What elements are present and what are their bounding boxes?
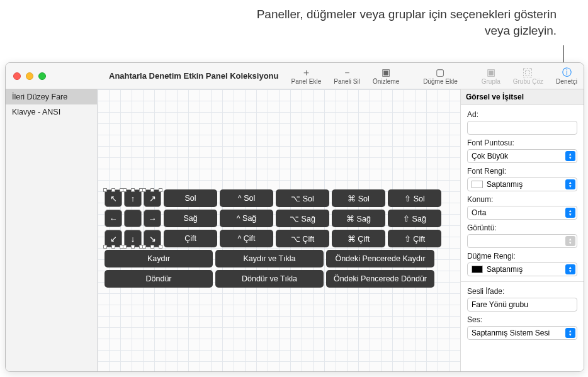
button-color-label: Düğme Rengi: <box>467 252 577 261</box>
spoken-phrase-input[interactable] <box>467 298 577 312</box>
toolbar-label: Denetçi <box>556 78 577 85</box>
help-callout: Paneller, düğmeler veya gruplar için seç… <box>229 6 557 38</box>
key-button[interactable]: ⇧ Sol <box>388 189 441 207</box>
close-window-button[interactable] <box>13 72 21 80</box>
font-size-select[interactable]: Çok Büyük ▴▾ <box>467 149 577 163</box>
panel-editor-window: Anahtarla Denetim Etkin Panel Koleksiyon… <box>5 62 584 372</box>
key-button[interactable]: ⌘ Sağ <box>332 210 385 227</box>
arrow-center-button[interactable] <box>124 210 142 227</box>
key-button[interactable]: ⌥ Sağ <box>276 210 329 227</box>
button-group: ↖ ↑ ↗ Sol ^ Sol ⌥ Sol ⌘ Sol ⇧ Sol <box>105 189 441 290</box>
toolbar: ＋ Panel Ekle － Paneli Sil ▣ Önizleme ▢ D… <box>285 63 584 89</box>
group-button: ▣ Grupla <box>475 65 507 86</box>
arrow-up-left-button[interactable]: ↖ <box>105 189 122 207</box>
font-size-label: Font Puntosu: <box>467 138 577 147</box>
wide-button[interactable]: Döndür ve Tıkla <box>215 270 324 288</box>
key-button[interactable]: ^ Sağ <box>220 210 273 227</box>
sound-label: Ses: <box>467 315 577 324</box>
image-label: Görüntü: <box>467 223 577 232</box>
delete-panel-button[interactable]: － Paneli Sil <box>327 65 366 86</box>
toolbar-label: Düğme Ekle <box>423 78 457 85</box>
wide-button[interactable]: Kaydır ve Tıkla <box>215 250 324 267</box>
plus-icon: ＋ <box>302 67 311 78</box>
chevron-updown-icon: ▴▾ <box>565 328 575 338</box>
key-button[interactable]: Sağ <box>164 210 217 227</box>
key-button[interactable]: ⌘ Çift <box>332 230 385 247</box>
arrow-down-right-button[interactable]: ↘ <box>144 230 161 247</box>
font-color-select[interactable]: Saptanmış ▴▾ <box>467 177 577 191</box>
color-swatch-black <box>472 266 483 273</box>
inspector-section-title: Görsel ve İşitsel <box>461 89 584 105</box>
position-select[interactable]: Orta ▴▾ <box>467 206 577 220</box>
image-select[interactable]: ▴▾ <box>467 234 577 248</box>
window-title: Anahtarla Denetim Etkin Panel Koleksiyon… <box>109 71 278 81</box>
key-button[interactable]: ⌥ Çift <box>276 230 329 247</box>
arrow-up-button[interactable]: ↑ <box>124 189 142 207</box>
wide-button[interactable]: Döndür <box>105 270 213 288</box>
wide-button[interactable]: Öndeki Pencerede Kaydır <box>326 250 434 267</box>
sidebar-item-advanced-mouse[interactable]: İleri Düzey Fare <box>6 89 97 104</box>
ungroup-icon: ⿴ <box>523 67 533 78</box>
arrow-down-left-button[interactable]: ↙ <box>105 230 122 247</box>
panel-list-sidebar: İleri Düzey Fare Klavye - ANSI <box>6 89 98 371</box>
toolbar-label: Grupla <box>482 78 500 85</box>
chevron-updown-icon: ▴▾ <box>565 264 575 274</box>
window-controls <box>6 72 46 80</box>
toolbar-label: Paneli Sil <box>334 78 360 85</box>
minus-icon: － <box>342 67 352 78</box>
zoom-window-button[interactable] <box>38 72 46 80</box>
wide-button[interactable]: Öndeki Pencerede Döndür <box>326 270 434 288</box>
key-button[interactable]: ^ Sol <box>220 189 273 207</box>
key-button[interactable]: Sol <box>164 189 217 207</box>
key-button[interactable]: ⌘ Sol <box>332 189 385 207</box>
preview-button[interactable]: ▣ Önizleme <box>366 65 405 86</box>
inspector-panel: Görsel ve İşitsel Ad: Font Puntosu: Çok … <box>460 89 584 371</box>
sidebar-item-keyboard-ansi[interactable]: Klavye - ANSI <box>6 104 97 120</box>
chevron-updown-icon: ▴▾ <box>565 208 575 218</box>
font-color-label: Font Rengi: <box>467 167 577 176</box>
add-button-button[interactable]: ▢ Düğme Ekle <box>417 65 463 86</box>
group-icon: ▣ <box>487 67 495 78</box>
chevron-updown-icon: ▴▾ <box>565 236 575 246</box>
window-titlebar: Anahtarla Denetim Etkin Panel Koleksiyon… <box>6 63 584 89</box>
name-label: Ad: <box>467 110 577 119</box>
chevron-updown-icon: ▴▾ <box>565 179 575 189</box>
button-color-select[interactable]: Saptanmış ▴▾ <box>467 262 577 276</box>
arrow-up-right-button[interactable]: ↗ <box>144 189 161 207</box>
sound-select[interactable]: Saptanmış Sistem Sesi ▴▾ <box>467 326 577 340</box>
wide-button[interactable]: Kaydır <box>105 250 213 267</box>
key-button[interactable]: ^ Çift <box>220 230 273 247</box>
add-panel-button[interactable]: ＋ Panel Ekle <box>285 65 327 86</box>
editor-canvas[interactable]: ↖ ↑ ↗ Sol ^ Sol ⌥ Sol ⌘ Sol ⇧ Sol <box>98 89 460 371</box>
add-button-icon: ▢ <box>436 67 444 78</box>
key-button[interactable]: ⇧ Sağ <box>388 210 441 227</box>
play-icon: ▣ <box>382 67 390 78</box>
toolbar-label: Önizleme <box>373 78 399 85</box>
arrow-down-button[interactable]: ↓ <box>124 230 142 247</box>
arrow-right-button[interactable]: → <box>144 210 161 227</box>
separator <box>461 281 584 282</box>
key-button[interactable]: ⌥ Sol <box>276 189 329 207</box>
inspector-toggle-button[interactable]: ⓘ Denetçi <box>550 65 584 86</box>
position-label: Konum: <box>467 195 577 204</box>
arrow-left-button[interactable]: ← <box>105 210 122 227</box>
minimize-window-button[interactable] <box>26 72 33 80</box>
name-input[interactable] <box>467 121 577 135</box>
key-button[interactable]: Çift <box>164 230 217 247</box>
info-icon: ⓘ <box>562 67 572 78</box>
color-swatch-white <box>472 181 483 188</box>
toolbar-label: Grubu Çöz <box>513 78 543 85</box>
callout-pointer-line <box>563 45 564 63</box>
ungroup-button: ⿴ Grubu Çöz <box>507 65 550 86</box>
spoken-phrase-label: Sesli İfade: <box>467 287 577 296</box>
key-button[interactable]: ⇧ Çift <box>388 230 441 247</box>
toolbar-label: Panel Ekle <box>291 78 321 85</box>
chevron-updown-icon: ▴▾ <box>565 151 575 161</box>
